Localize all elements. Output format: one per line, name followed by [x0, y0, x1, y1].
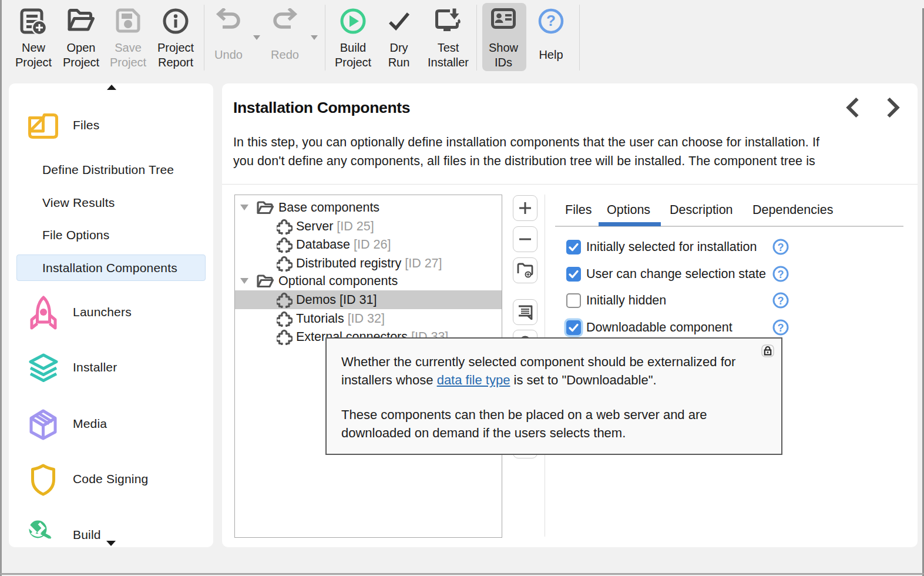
svg-text:?: ? [778, 242, 784, 253]
svg-text:?: ? [778, 322, 784, 334]
svg-text:?: ? [546, 12, 556, 29]
svg-text:?: ? [778, 269, 784, 280]
svg-text:?: ? [778, 295, 784, 307]
